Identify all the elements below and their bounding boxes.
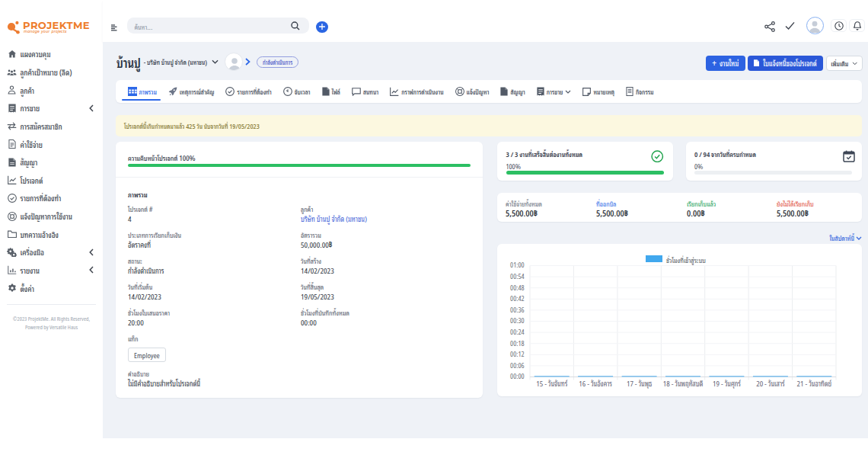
svg-text:19 - วันศุกร์: 19 - วันศุกร์ <box>713 377 741 389</box>
svg-text:15 - วันจันทร์: 15 - วันจันทร์ <box>536 377 567 389</box>
svg-text:00:36: 00:36 <box>510 304 524 315</box>
svg-text:00:48: 00:48 <box>510 282 524 293</box>
svg-text:17 - วันพุธ: 17 - วันพุธ <box>627 377 652 389</box>
svg-text:00:06: 00:06 <box>510 360 524 370</box>
svg-text:00:12: 00:12 <box>510 348 524 359</box>
svg-text:21 - วันอาทิตย์: 21 - วันอาทิตย์ <box>797 377 832 389</box>
svg-text:00:54: 00:54 <box>510 271 524 281</box>
svg-text:01:00: 01:00 <box>510 259 524 270</box>
svg-text:00:42: 00:42 <box>510 293 524 303</box>
svg-text:18 - วันพฤหัสบดี: 18 - วันพฤหัสบดี <box>663 377 704 389</box>
svg-text:20 - วันเสาร์: 20 - วันเสาร์ <box>756 377 785 389</box>
svg-text:00:30: 00:30 <box>510 315 524 325</box>
svg-text:00:18: 00:18 <box>510 338 524 348</box>
svg-text:00:24: 00:24 <box>510 326 524 337</box>
svg-text:00:00: 00:00 <box>510 370 524 381</box>
svg-text:16 - วันอังคาร: 16 - วันอังคาร <box>579 377 612 389</box>
